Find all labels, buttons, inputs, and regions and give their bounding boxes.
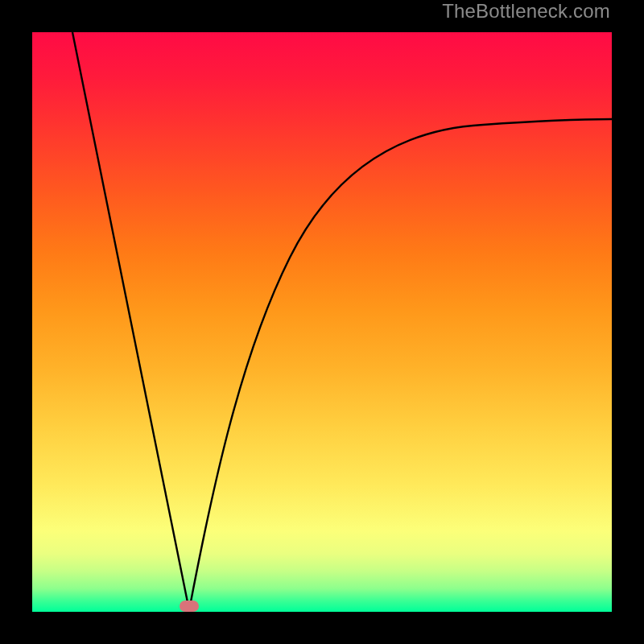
bottleneck-curve [32, 32, 612, 612]
curve-right-branch [189, 119, 612, 610]
chart-frame: TheBottleneck.com [0, 0, 644, 644]
plot-area [32, 32, 612, 612]
curve-left-branch [72, 32, 189, 610]
watermark-text: TheBottleneck.com [442, 0, 610, 23]
minimum-marker [180, 601, 199, 612]
